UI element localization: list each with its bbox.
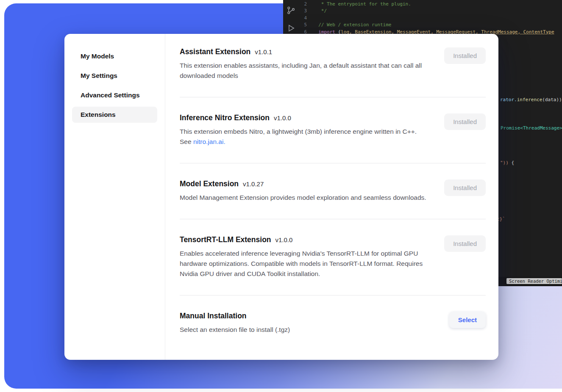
extension-info: TensortRT-LLM Extension v1.0.0 Enables a… [180,235,426,279]
extension-row-model: Model Extension v1.0.27 Model Management… [180,163,486,219]
code-text: Promise<ThreadMessage> [501,125,562,131]
sidebar-item-advanced-settings[interactable]: Advanced Settings [72,87,157,103]
code-comment: */ [313,8,327,14]
extension-heading: Assistant Extension v1.0.1 [180,47,426,56]
extension-heading: Inference Nitro Extension v1.0.0 [180,113,426,122]
sidebar-item-label: Extensions [81,111,116,118]
share-graph-icon[interactable] [287,6,295,16]
settings-sidebar: My Models My Settings Advanced Settings … [64,34,165,360]
select-button[interactable]: Select [449,312,486,328]
line-number: 2 [298,1,313,8]
code-line: 3 */ [298,8,562,14]
sidebar-item-label: My Settings [81,72,117,79]
sidebar-item-extensions[interactable]: Extensions [72,107,157,123]
extension-info: Manual Installation Select an extension … [180,312,290,335]
extension-version: v1.0.27 [243,180,264,188]
code-text: rator. [500,97,517,102]
code-line: 4 [298,15,562,22]
extension-title: Assistant Extension [180,47,250,56]
extension-info: Model Extension v1.0.27 Model Management… [180,179,426,203]
sidebar-item-label: Advanced Settings [81,91,140,99]
extension-description: This extension enables assistants, inclu… [180,61,426,81]
line-number: 5 [298,22,313,28]
settings-modal: My Models My Settings Advanced Settings … [64,34,498,360]
screen-reader-chip[interactable]: Screen Reader Optimized [506,278,562,284]
extension-description: Enables accelerated inference leveraging… [180,248,426,279]
extension-info: Inference Nitro Extension v1.0.0 This ex… [180,113,426,147]
code-text: ")) [500,160,509,166]
installed-button[interactable]: Installed [444,179,486,196]
extension-heading: Manual Installation [180,312,290,320]
installed-button[interactable]: Installed [444,235,486,252]
extension-title: Manual Installation [180,312,247,320]
nitro-jan-ai-link[interactable]: nitro.jan.ai. [193,138,225,145]
code-text: inference [517,97,543,102]
code-comment: // Web / extension runtime [313,22,391,28]
code-fragment: rator.inference(data)); [500,97,562,103]
extension-row-inference-nitro: Inference Nitro Extension v1.0.0 This ex… [180,97,486,163]
installed-button[interactable]: Installed [444,113,486,130]
extensions-list: Assistant Extension v1.0.1 This extensio… [165,34,498,360]
extension-title: Inference Nitro Extension [180,113,270,122]
code-line: 2 * The entrypoint for the plugin. [298,1,562,8]
extension-info: Assistant Extension v1.0.1 This extensio… [180,47,426,81]
code-comment: * The entrypoint for the plugin. [313,1,411,8]
code-text: { [509,160,514,166]
extension-version: v1.0.0 [275,236,293,243]
extension-heading: Model Extension v1.0.27 [180,179,426,188]
code-lines: 2 * The entrypoint for the plugin. 3 */ … [298,1,562,36]
sidebar-item-label: My Models [81,52,114,60]
extension-row-tensorrt-llm: TensortRT-LLM Extension v1.0.0 Enables a… [180,219,486,295]
extension-version: v1.0.1 [255,48,272,55]
run-debug-icon[interactable] [287,24,295,34]
extension-heading: TensortRT-LLM Extension v1.0.0 [180,235,426,244]
code-line: 5 // Web / extension runtime [298,22,562,28]
extension-description: Select an extension file to install (.tg… [180,325,290,335]
extension-title: TensortRT-LLM Extension [180,235,271,244]
code-fragment: Promise<ThreadMessage> [501,125,562,131]
extension-description: Model Management Extension provides mode… [180,193,426,203]
extension-row-assistant: Assistant Extension v1.0.1 This extensio… [180,47,486,97]
manual-installation-row: Manual Installation Select an extension … [180,295,486,351]
extension-version: v1.0.0 [274,114,291,121]
sidebar-item-my-models[interactable]: My Models [72,48,157,64]
installed-button[interactable]: Installed [444,47,486,64]
code-text: (data)); [542,97,562,102]
line-number: 3 [298,8,313,14]
sidebar-item-my-settings[interactable]: My Settings [72,68,157,84]
code-fragment: ")) { [500,160,514,166]
extension-description: This extension embeds Nitro, a lightweig… [180,127,426,147]
line-number: 4 [298,15,313,22]
extension-title: Model Extension [180,179,239,188]
